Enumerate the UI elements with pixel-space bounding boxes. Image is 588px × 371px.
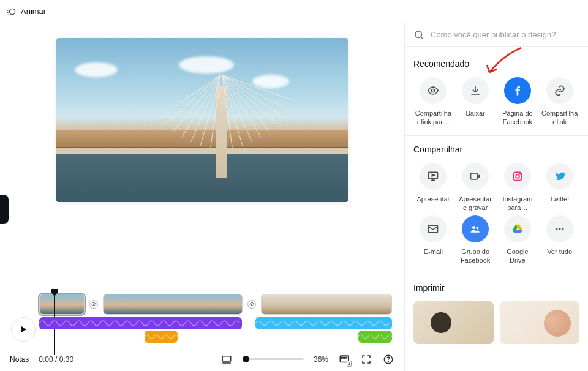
share-option-fb-group[interactable]: Grupo do Facebook	[456, 215, 496, 265]
svg-point-14	[516, 174, 519, 178]
svg-rect-12	[471, 173, 478, 179]
share-search	[405, 23, 588, 47]
animate-label: Animar	[21, 7, 46, 16]
svg-point-19	[556, 228, 557, 230]
share-option-email[interactable]: E-mail	[413, 215, 453, 265]
app-root: Animar	[0, 0, 588, 371]
svg-rect-5	[345, 357, 347, 359]
left-edge-expand[interactable]	[0, 195, 9, 224]
search-icon	[413, 29, 424, 40]
recommended-grid: Compartilhar link par… Baixar Página do …	[413, 77, 579, 127]
share-option-see-all[interactable]: Ver tudo	[540, 215, 579, 265]
fullscreen-button[interactable]	[360, 353, 372, 365]
gdrive-icon	[511, 223, 524, 235]
share-option-share-link[interactable]: Compartilhar link	[540, 77, 579, 127]
zoom-value: 36%	[314, 355, 328, 364]
fullscreen-icon	[361, 354, 372, 365]
help-button[interactable]	[382, 353, 394, 365]
print-option-2[interactable]	[500, 301, 580, 344]
instagram-icon	[511, 170, 524, 182]
transition-marker-1[interactable]: ⦿	[89, 300, 97, 309]
print-row	[413, 301, 579, 344]
audio-row-2	[39, 331, 392, 343]
time-display: 0:00 / 0:30	[39, 355, 74, 364]
animate-button[interactable]: Animar	[7, 7, 46, 17]
svg-point-0	[9, 9, 15, 14]
main-area: ⦿ ⦿	[0, 23, 588, 371]
audio-clip-cyan[interactable]	[255, 317, 392, 329]
more-icon	[554, 223, 566, 235]
clip-3[interactable]	[261, 294, 392, 315]
divider-1	[405, 135, 588, 136]
share-option-view-link[interactable]: Compartilhar link par…	[413, 77, 453, 127]
svg-point-15	[519, 173, 521, 174]
svg-point-17	[472, 226, 475, 229]
print-option-1[interactable]	[413, 301, 494, 344]
svg-point-18	[476, 227, 478, 229]
grid-view-button[interactable]: 3	[338, 353, 350, 365]
notes-button[interactable]: Notas	[10, 355, 29, 364]
svg-point-20	[559, 228, 560, 230]
audio-clip-purple[interactable]	[39, 317, 242, 329]
svg-point-21	[562, 228, 564, 230]
record-icon	[469, 170, 481, 182]
svg-point-7	[388, 361, 389, 362]
section-recommended-title: Recomendado	[413, 59, 579, 69]
share-option-twitter[interactable]: Twitter	[540, 163, 579, 212]
zoom-slider-handle[interactable]	[243, 356, 249, 362]
editor-column: ⦿ ⦿	[0, 23, 404, 371]
share-option-present-record[interactable]: Apresentar e gravar	[456, 163, 496, 212]
share-option-gdrive[interactable]: Google Drive	[498, 215, 538, 265]
download-icon	[469, 84, 481, 97]
share-grid: Apresentar Apresentar e gravar Instagram…	[413, 163, 579, 265]
twitter-icon	[554, 170, 566, 182]
share-panel-body: Recomendado Compartilhar link par… Baixa…	[405, 47, 588, 371]
audio-clip-green[interactable]	[358, 331, 392, 343]
bottom-bar: Notas 0:00 / 0:30 36% 3	[0, 347, 404, 371]
svg-point-10	[432, 89, 435, 92]
section-share-title: Compartilhar	[413, 144, 579, 154]
link-icon	[554, 84, 566, 97]
playhead-marker-icon[interactable]	[51, 288, 58, 295]
email-icon	[427, 223, 439, 235]
slide-view-icon	[221, 354, 232, 365]
play-button[interactable]	[11, 317, 36, 342]
present-icon	[427, 170, 439, 182]
facebook-icon	[511, 84, 524, 97]
svg-point-8	[415, 31, 422, 38]
share-panel: Recomendado Compartilhar link par… Baixa…	[404, 23, 588, 371]
svg-rect-1	[222, 356, 231, 361]
fb-group-icon	[469, 223, 481, 235]
share-search-input[interactable]	[431, 30, 579, 39]
page-count-badge: 3	[347, 361, 352, 367]
section-print-title: Imprimir	[413, 283, 579, 293]
help-icon	[383, 354, 394, 365]
audio-clip-orange[interactable]	[145, 331, 178, 343]
clip-2[interactable]	[103, 294, 243, 315]
share-option-present[interactable]: Apresentar	[413, 163, 453, 212]
motion-icon	[7, 7, 17, 17]
clip-row-1: ⦿ ⦿	[39, 294, 392, 315]
share-option-facebook-page[interactable]: Página do Facebook	[498, 77, 538, 127]
zoom-slider[interactable]	[243, 358, 304, 360]
share-option-instagram[interactable]: Instagram para…	[498, 163, 538, 212]
svg-rect-4	[342, 357, 344, 359]
view-mode-button[interactable]	[221, 353, 233, 365]
play-icon	[18, 324, 28, 334]
timeline[interactable]: ⦿ ⦿	[0, 285, 404, 347]
clip-1[interactable]	[39, 294, 85, 315]
share-option-download[interactable]: Baixar	[456, 77, 496, 127]
divider-2	[405, 274, 588, 274]
audio-row-1	[39, 317, 392, 329]
video-preview[interactable]	[56, 38, 348, 202]
transition-marker-2[interactable]: ⦿	[247, 300, 255, 309]
eye-icon	[427, 84, 439, 97]
top-toolbar: Animar	[0, 0, 588, 23]
canvas-area	[0, 23, 404, 285]
svg-line-9	[421, 37, 423, 39]
